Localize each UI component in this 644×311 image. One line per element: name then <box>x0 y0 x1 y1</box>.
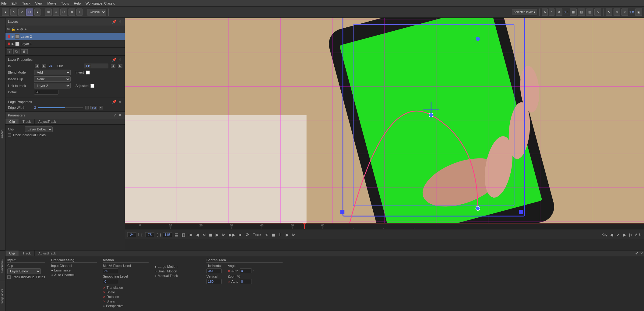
btn-loop[interactable]: ⟳ <box>245 232 250 237</box>
layer1-collapse[interactable]: ▶ <box>12 42 14 46</box>
edge-width-minus[interactable]: - <box>85 106 89 109</box>
translation-checkbox[interactable]: ✕ <box>103 286 105 289</box>
btn-play[interactable]: ▶ <box>215 232 220 237</box>
bottom-expand-btn[interactable]: ⤢ <box>634 251 639 255</box>
vertical-input[interactable] <box>206 279 222 284</box>
min-pixels-input[interactable] <box>103 268 118 273</box>
menu-view[interactable]: View <box>35 2 43 5</box>
out-prev-btn[interactable]: ◀ <box>111 64 115 68</box>
menu-edit[interactable]: Edit <box>12 2 17 5</box>
btn-prev-key[interactable]: ⊲ <box>202 232 206 237</box>
tool-i[interactable]: ⟳ <box>621 9 628 16</box>
tool-arrow2[interactable]: ↗ <box>18 9 25 16</box>
in-next-btn[interactable]: ▶ <box>42 64 46 68</box>
tool-shape[interactable]: ⬡ <box>26 9 33 16</box>
btn-track-prev[interactable]: ⊲ <box>264 232 269 237</box>
params-vertical-label[interactable]: Parameters <box>0 251 5 281</box>
shear-checkbox[interactable]: ✕ <box>103 300 105 303</box>
detail-input[interactable] <box>34 90 58 95</box>
layer-eye-icon[interactable]: 👁 <box>7 27 10 31</box>
menu-help[interactable]: Help <box>74 2 81 5</box>
btn-track-stop[interactable]: ◼ <box>271 232 276 237</box>
track-individual-checkbox[interactable] <box>8 133 11 137</box>
btn-track-pause[interactable]: ⏸ <box>278 232 283 237</box>
layers-close-btn[interactable]: ✕ <box>118 19 122 24</box>
params-close[interactable]: ✕ <box>118 113 122 117</box>
btn-track-next[interactable]: ⊳ <box>291 232 296 237</box>
btn-key-next2[interactable]: ▷ <box>629 232 633 237</box>
menu-workspace[interactable]: Workspace: Classic <box>86 2 115 5</box>
menu-tools[interactable]: Tools <box>61 2 69 5</box>
bottom-tab-track[interactable]: Track <box>19 251 35 256</box>
edge-set-btn[interactable]: Set <box>90 106 97 109</box>
bottom-tab-clip[interactable]: Clip <box>5 251 19 256</box>
layer-item-2[interactable]: ▶ Layer 2 <box>5 33 125 40</box>
tool-arrow1[interactable]: ↖ <box>10 9 17 16</box>
tool-cursor[interactable]: ↖ <box>606 9 612 16</box>
tool-e[interactable]: ▤ <box>578 9 585 16</box>
edge-props-close[interactable]: ✕ <box>118 100 122 104</box>
layer-lock-icon[interactable]: 🔒 <box>11 27 16 31</box>
tool-circle[interactable]: ● <box>34 9 40 16</box>
tool-h[interactable]: ⟲ <box>614 9 620 16</box>
tab-track[interactable]: Track <box>19 119 35 124</box>
tab-clip[interactable]: Clip <box>5 119 19 124</box>
layer-below-select[interactable]: Layer Below <box>7 268 41 274</box>
out-next-btn[interactable]: ▶ <box>118 64 122 68</box>
smoothing-input[interactable] <box>103 279 118 284</box>
layer2-collapse[interactable]: ▶ <box>12 35 14 39</box>
btn-key-next1[interactable]: ▶ <box>622 232 627 237</box>
layer-dot-icon[interactable]: ● <box>17 27 19 31</box>
layers-copy-btn[interactable]: ⧉ <box>13 49 19 54</box>
clip-select[interactable]: Layer Below <box>25 126 53 132</box>
layer-item-1[interactable]: ▶ Layer 1 <box>5 40 125 47</box>
luminance-radio[interactable]: ● <box>51 269 53 272</box>
blend-mode-select[interactable]: Add <box>34 70 71 75</box>
layers-delete-btn[interactable]: 🗑 <box>21 49 28 54</box>
insert-clip-select[interactable]: None <box>34 76 71 82</box>
tool-move[interactable]: + <box>76 9 83 16</box>
btn-next-frame[interactable]: ▶▶ <box>228 232 236 237</box>
layer-gear-icon[interactable]: ⚙ <box>20 27 23 31</box>
menu-track[interactable]: Track <box>22 2 30 5</box>
menu-movie[interactable]: Movie <box>47 2 56 5</box>
tool-grid[interactable]: ⊞ <box>45 9 52 16</box>
manual-track-radio[interactable]: ○ <box>155 274 157 278</box>
tool-hex[interactable]: ⬡ <box>60 9 67 16</box>
bottom-tab-adjust[interactable]: AdjustTrack <box>35 251 60 256</box>
link-track-select[interactable]: Layer 2 <box>34 83 71 88</box>
btn-prev-frame[interactable]: ◀ <box>195 232 200 237</box>
tab-adjust-track[interactable]: AdjustTrack <box>35 119 60 124</box>
invert-checkbox[interactable] <box>86 71 90 74</box>
btn-next-key[interactable]: ⊳ <box>221 232 226 237</box>
zoom-input[interactable] <box>240 279 252 284</box>
tool-oval[interactable]: ○ <box>53 9 59 16</box>
track-individual-chk-bottom[interactable] <box>7 275 11 279</box>
edge-width-expand[interactable]: ▾ <box>99 106 103 109</box>
btn-key-add[interactable]: ↙ <box>616 232 621 237</box>
tool-j[interactable]: ▣ <box>635 9 642 16</box>
layers-pin-btn[interactable]: 📌 <box>111 19 118 24</box>
perspective-checkbox[interactable]: ○ <box>103 304 105 308</box>
layer-props-close[interactable]: ✕ <box>118 57 122 62</box>
layer-star-icon[interactable]: ✦ <box>24 27 27 31</box>
layers-add-btn[interactable]: + <box>7 49 12 54</box>
tool-a[interactable]: A <box>542 9 548 16</box>
layers-vertical-label[interactable]: Layers <box>0 18 5 250</box>
small-motion-radio[interactable]: ○ <box>155 270 157 273</box>
tool-cross[interactable]: ✕ <box>69 9 75 16</box>
adjusted-checkbox[interactable] <box>90 84 94 88</box>
in-prev-btn[interactable]: ◀ <box>35 64 39 68</box>
btn-stop[interactable]: ◼ <box>208 232 213 237</box>
rotation-checkbox[interactable]: ✕ <box>103 295 105 299</box>
workspace-selector[interactable]: Classic <box>87 9 106 16</box>
scale-checkbox[interactable]: ✕ <box>103 291 105 294</box>
out-value-input[interactable] <box>84 64 108 68</box>
tool-c[interactable]: ↺ <box>556 9 562 16</box>
selected-layer-dropdown[interactable]: Selected layer ▾ <box>512 9 537 15</box>
btn-track-play[interactable]: ▶ <box>285 232 290 237</box>
auto-channel-radio[interactable]: ○ <box>51 273 53 277</box>
tool-g[interactable]: ⤡ <box>594 9 601 16</box>
bottom-close-btn[interactable]: ✕ <box>639 251 644 255</box>
tool-f[interactable]: ▧ <box>586 9 593 16</box>
